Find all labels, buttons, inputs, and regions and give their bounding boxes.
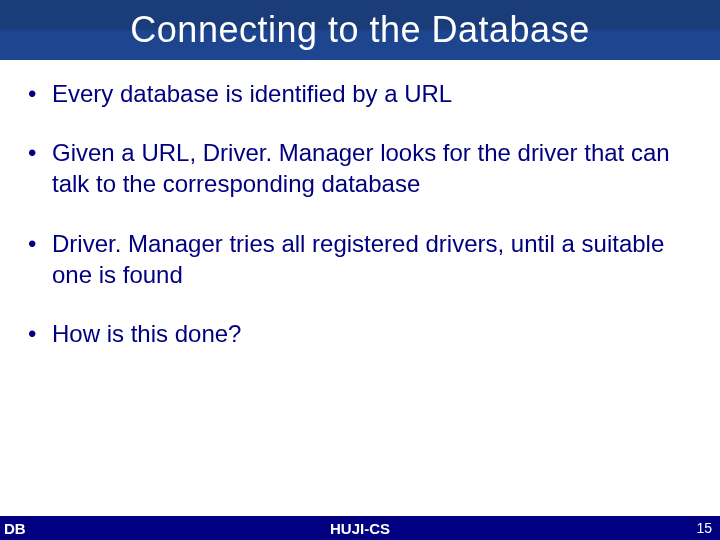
bullet-item: • Every database is identified by a URL xyxy=(28,78,692,109)
slide-content: • Every database is identified by a URL … xyxy=(0,60,720,349)
bullet-item: • Given a URL, Driver. Manager looks for… xyxy=(28,137,692,199)
slide-footer: DB HUJI-CS 15 xyxy=(0,516,720,540)
bullet-text: Given a URL, Driver. Manager looks for t… xyxy=(52,137,692,199)
bullet-dot-icon: • xyxy=(28,318,52,349)
slide-title: Connecting to the Database xyxy=(130,9,589,51)
bullet-item: • How is this done? xyxy=(28,318,692,349)
footer-left-label: DB xyxy=(4,520,26,537)
bullet-text: How is this done? xyxy=(52,318,692,349)
bullet-text: Every database is identified by a URL xyxy=(52,78,692,109)
slide-header: Connecting to the Database xyxy=(0,0,720,60)
bullet-dot-icon: • xyxy=(28,228,52,290)
bullet-dot-icon: • xyxy=(28,78,52,109)
bullet-dot-icon: • xyxy=(28,137,52,199)
slide-number: 15 xyxy=(696,520,712,536)
footer-center-label: HUJI-CS xyxy=(330,520,390,537)
bullet-item: • Driver. Manager tries all registered d… xyxy=(28,228,692,290)
bullet-text: Driver. Manager tries all registered dri… xyxy=(52,228,692,290)
